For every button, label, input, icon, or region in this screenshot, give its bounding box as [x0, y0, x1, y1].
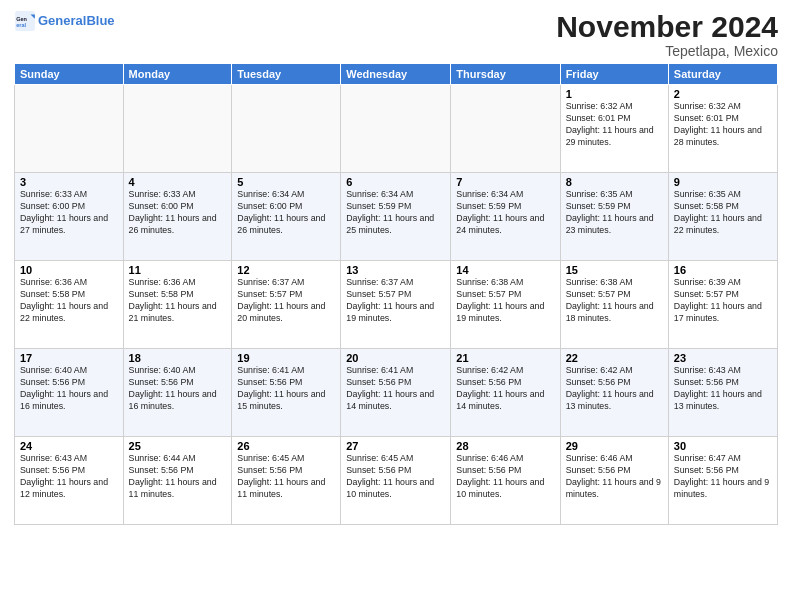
- day-number: 26: [237, 440, 335, 452]
- day-number: 20: [346, 352, 445, 364]
- day-cell: 13Sunrise: 6:37 AMSunset: 5:57 PMDayligh…: [341, 261, 451, 349]
- day-number: 24: [20, 440, 118, 452]
- day-cell: 22Sunrise: 6:42 AMSunset: 5:56 PMDayligh…: [560, 349, 668, 437]
- day-cell: 19Sunrise: 6:41 AMSunset: 5:56 PMDayligh…: [232, 349, 341, 437]
- day-number: 27: [346, 440, 445, 452]
- day-cell: 16Sunrise: 6:39 AMSunset: 5:57 PMDayligh…: [668, 261, 777, 349]
- svg-text:Gen: Gen: [16, 16, 27, 22]
- day-number: 7: [456, 176, 554, 188]
- svg-text:eral: eral: [16, 22, 26, 28]
- logo: Gen eral GeneralBlue: [14, 10, 115, 32]
- day-cell: 10Sunrise: 6:36 AMSunset: 5:58 PMDayligh…: [15, 261, 124, 349]
- day-cell: 12Sunrise: 6:37 AMSunset: 5:57 PMDayligh…: [232, 261, 341, 349]
- day-info: Sunrise: 6:35 AMSunset: 5:58 PMDaylight:…: [674, 189, 772, 237]
- day-info: Sunrise: 6:32 AMSunset: 6:01 PMDaylight:…: [674, 101, 772, 149]
- day-cell: 8Sunrise: 6:35 AMSunset: 5:59 PMDaylight…: [560, 173, 668, 261]
- day-header-sunday: Sunday: [15, 64, 124, 85]
- day-info: Sunrise: 6:36 AMSunset: 5:58 PMDaylight:…: [129, 277, 227, 325]
- day-header-row: SundayMondayTuesdayWednesdayThursdayFrid…: [15, 64, 778, 85]
- day-number: 18: [129, 352, 227, 364]
- day-info: Sunrise: 6:45 AMSunset: 5:56 PMDaylight:…: [346, 453, 445, 501]
- day-info: Sunrise: 6:41 AMSunset: 5:56 PMDaylight:…: [346, 365, 445, 413]
- day-number: 17: [20, 352, 118, 364]
- day-cell: 9Sunrise: 6:35 AMSunset: 5:58 PMDaylight…: [668, 173, 777, 261]
- day-info: Sunrise: 6:44 AMSunset: 5:56 PMDaylight:…: [129, 453, 227, 501]
- page-container: Gen eral GeneralBlue November 2024 Tepet…: [0, 0, 792, 533]
- day-cell: 1Sunrise: 6:32 AMSunset: 6:01 PMDaylight…: [560, 85, 668, 173]
- day-cell: 5Sunrise: 6:34 AMSunset: 6:00 PMDaylight…: [232, 173, 341, 261]
- calendar: SundayMondayTuesdayWednesdayThursdayFrid…: [14, 63, 778, 525]
- day-info: Sunrise: 6:46 AMSunset: 5:56 PMDaylight:…: [566, 453, 663, 501]
- day-info: Sunrise: 6:34 AMSunset: 6:00 PMDaylight:…: [237, 189, 335, 237]
- logo-text: GeneralBlue: [38, 14, 115, 28]
- day-number: 15: [566, 264, 663, 276]
- month-title: November 2024: [556, 10, 778, 43]
- week-row-4: 17Sunrise: 6:40 AMSunset: 5:56 PMDayligh…: [15, 349, 778, 437]
- day-number: 13: [346, 264, 445, 276]
- day-header-wednesday: Wednesday: [341, 64, 451, 85]
- day-number: 23: [674, 352, 772, 364]
- day-cell: [341, 85, 451, 173]
- title-block: November 2024 Tepetlapa, Mexico: [556, 10, 778, 59]
- day-info: Sunrise: 6:33 AMSunset: 6:00 PMDaylight:…: [20, 189, 118, 237]
- day-header-tuesday: Tuesday: [232, 64, 341, 85]
- day-info: Sunrise: 6:43 AMSunset: 5:56 PMDaylight:…: [20, 453, 118, 501]
- day-number: 19: [237, 352, 335, 364]
- day-cell: 17Sunrise: 6:40 AMSunset: 5:56 PMDayligh…: [15, 349, 124, 437]
- day-number: 4: [129, 176, 227, 188]
- day-cell: [123, 85, 232, 173]
- day-cell: 26Sunrise: 6:45 AMSunset: 5:56 PMDayligh…: [232, 437, 341, 525]
- day-number: 16: [674, 264, 772, 276]
- day-number: 30: [674, 440, 772, 452]
- day-cell: 15Sunrise: 6:38 AMSunset: 5:57 PMDayligh…: [560, 261, 668, 349]
- day-info: Sunrise: 6:37 AMSunset: 5:57 PMDaylight:…: [237, 277, 335, 325]
- week-row-2: 3Sunrise: 6:33 AMSunset: 6:00 PMDaylight…: [15, 173, 778, 261]
- header: Gen eral GeneralBlue November 2024 Tepet…: [14, 10, 778, 59]
- day-info: Sunrise: 6:33 AMSunset: 6:00 PMDaylight:…: [129, 189, 227, 237]
- day-header-friday: Friday: [560, 64, 668, 85]
- day-info: Sunrise: 6:38 AMSunset: 5:57 PMDaylight:…: [456, 277, 554, 325]
- day-number: 22: [566, 352, 663, 364]
- day-info: Sunrise: 6:45 AMSunset: 5:56 PMDaylight:…: [237, 453, 335, 501]
- day-info: Sunrise: 6:34 AMSunset: 5:59 PMDaylight:…: [456, 189, 554, 237]
- logo-line1: General: [38, 13, 86, 28]
- day-cell: 23Sunrise: 6:43 AMSunset: 5:56 PMDayligh…: [668, 349, 777, 437]
- day-cell: 11Sunrise: 6:36 AMSunset: 5:58 PMDayligh…: [123, 261, 232, 349]
- day-info: Sunrise: 6:35 AMSunset: 5:59 PMDaylight:…: [566, 189, 663, 237]
- day-info: Sunrise: 6:36 AMSunset: 5:58 PMDaylight:…: [20, 277, 118, 325]
- day-number: 11: [129, 264, 227, 276]
- day-cell: [451, 85, 560, 173]
- day-cell: [15, 85, 124, 173]
- day-cell: [232, 85, 341, 173]
- day-number: 3: [20, 176, 118, 188]
- day-cell: 28Sunrise: 6:46 AMSunset: 5:56 PMDayligh…: [451, 437, 560, 525]
- day-number: 25: [129, 440, 227, 452]
- day-number: 10: [20, 264, 118, 276]
- day-info: Sunrise: 6:47 AMSunset: 5:56 PMDaylight:…: [674, 453, 772, 501]
- logo-line2: Blue: [86, 13, 114, 28]
- day-number: 28: [456, 440, 554, 452]
- day-cell: 25Sunrise: 6:44 AMSunset: 5:56 PMDayligh…: [123, 437, 232, 525]
- day-info: Sunrise: 6:32 AMSunset: 6:01 PMDaylight:…: [566, 101, 663, 149]
- week-row-1: 1Sunrise: 6:32 AMSunset: 6:01 PMDaylight…: [15, 85, 778, 173]
- day-info: Sunrise: 6:42 AMSunset: 5:56 PMDaylight:…: [456, 365, 554, 413]
- day-cell: 30Sunrise: 6:47 AMSunset: 5:56 PMDayligh…: [668, 437, 777, 525]
- day-number: 14: [456, 264, 554, 276]
- day-number: 5: [237, 176, 335, 188]
- day-number: 12: [237, 264, 335, 276]
- day-cell: 4Sunrise: 6:33 AMSunset: 6:00 PMDaylight…: [123, 173, 232, 261]
- day-cell: 20Sunrise: 6:41 AMSunset: 5:56 PMDayligh…: [341, 349, 451, 437]
- logo-icon: Gen eral: [14, 10, 36, 32]
- day-cell: 29Sunrise: 6:46 AMSunset: 5:56 PMDayligh…: [560, 437, 668, 525]
- week-row-3: 10Sunrise: 6:36 AMSunset: 5:58 PMDayligh…: [15, 261, 778, 349]
- day-info: Sunrise: 6:39 AMSunset: 5:57 PMDaylight:…: [674, 277, 772, 325]
- day-info: Sunrise: 6:43 AMSunset: 5:56 PMDaylight:…: [674, 365, 772, 413]
- day-header-saturday: Saturday: [668, 64, 777, 85]
- day-number: 21: [456, 352, 554, 364]
- day-header-thursday: Thursday: [451, 64, 560, 85]
- day-info: Sunrise: 6:46 AMSunset: 5:56 PMDaylight:…: [456, 453, 554, 501]
- day-info: Sunrise: 6:42 AMSunset: 5:56 PMDaylight:…: [566, 365, 663, 413]
- day-cell: 14Sunrise: 6:38 AMSunset: 5:57 PMDayligh…: [451, 261, 560, 349]
- day-cell: 27Sunrise: 6:45 AMSunset: 5:56 PMDayligh…: [341, 437, 451, 525]
- day-info: Sunrise: 6:41 AMSunset: 5:56 PMDaylight:…: [237, 365, 335, 413]
